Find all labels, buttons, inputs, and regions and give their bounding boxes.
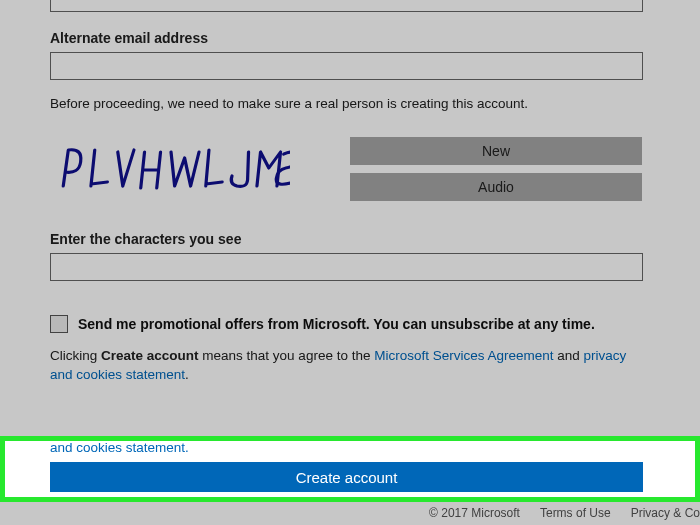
footer-privacy-link[interactable]: Privacy & Co <box>631 506 700 520</box>
footer-terms-link[interactable]: Terms of Use <box>540 506 611 520</box>
cookies-link[interactable]: and cookies statement. <box>50 440 189 455</box>
create-account-button[interactable]: Create account <box>50 462 643 492</box>
cookies-tail: and cookies statement. <box>50 440 189 455</box>
enter-chars-label: Enter the characters you see <box>50 231 650 247</box>
captcha-input[interactable] <box>50 253 643 281</box>
footer-copyright: © 2017 Microsoft <box>429 506 520 520</box>
alt-email-label: Alternate email address <box>50 30 650 46</box>
captcha-note: Before proceeding, we need to make sure … <box>50 96 650 111</box>
agreement-text: Clicking Create account means that you a… <box>50 347 650 385</box>
captcha-image <box>50 133 300 203</box>
captcha-audio-button[interactable]: Audio <box>350 173 642 201</box>
alt-email-input[interactable] <box>50 52 643 80</box>
promo-checkbox[interactable] <box>50 315 68 333</box>
prev-input[interactable] <box>50 0 643 12</box>
footer: © 2017 Microsoft Terms of Use Privacy & … <box>429 506 700 520</box>
promo-label: Send me promotional offers from Microsof… <box>78 316 595 332</box>
captcha-new-button[interactable]: New <box>350 137 642 165</box>
services-agreement-link[interactable]: Microsoft Services Agreement <box>374 348 553 363</box>
